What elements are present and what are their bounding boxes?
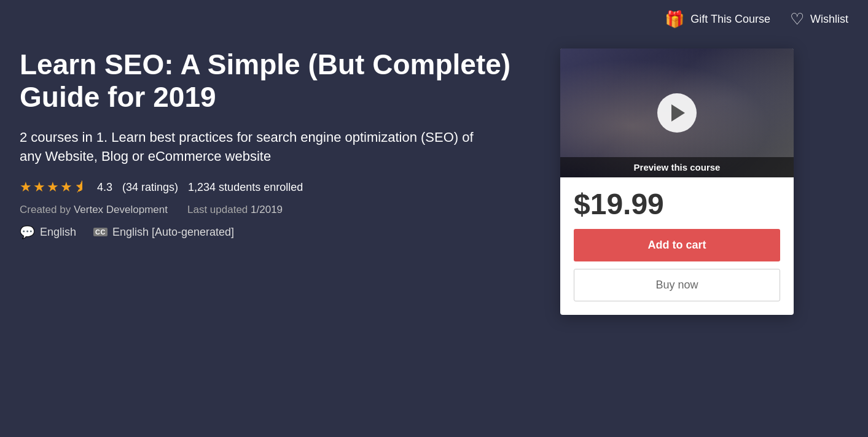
card-body: $19.99 Add to cart Buy now [560,177,794,315]
preview-label: Preview this course [560,157,794,177]
main-content: Learn SEO: A Simple (But Complete) Guide… [0,34,868,335]
updated-date: 1/2019 [251,204,283,215]
speech-bubble-icon: 💬 [20,225,35,239]
heart-icon: ♡ [790,10,804,29]
wishlist-label: Wishlist [810,13,848,26]
updated-info: Last updated 1/2019 [187,204,283,216]
captions-item: CC English [Auto-generated] [93,226,234,239]
rating-value: 4.3 [97,181,112,194]
cc-icon: CC [93,228,108,236]
star-5-half: ⯨ [74,179,87,195]
gift-course-button[interactable]: 🎁 Gift This Course [665,10,770,29]
header-actions: 🎁 Gift This Course ♡ Wishlist [0,0,868,34]
gift-icon: 🎁 [665,10,684,29]
updated-label: Last updated [187,204,248,215]
ratings-row: ★ ★ ★ ★ ⯨ 4.3 (34 ratings) 1,234 student… [20,179,536,195]
star-1: ★ [20,179,32,195]
language-text: English [40,226,76,239]
star-4: ★ [60,179,72,195]
buy-now-button[interactable]: Buy now [574,269,780,301]
language-row: 💬 English CC English [Auto-generated] [20,225,536,239]
preview-container[interactable]: Preview this course [560,48,794,177]
course-info: Learn SEO: A Simple (But Complete) Guide… [20,48,536,315]
star-2: ★ [33,179,45,195]
course-card: Preview this course $19.99 Add to cart B… [560,48,794,315]
rating-text: (34 ratings) [122,181,178,194]
course-subtitle: 2 courses in 1. Learn best practices for… [20,128,499,166]
star-rating: ★ ★ ★ ★ ⯨ [20,179,87,195]
play-triangle-icon [671,104,685,122]
star-3: ★ [47,179,59,195]
wishlist-button[interactable]: ♡ Wishlist [790,10,848,29]
add-to-cart-button[interactable]: Add to cart [574,229,780,261]
meta-row: Created by Vertex Development Last updat… [20,204,536,216]
course-title: Learn SEO: A Simple (But Complete) Guide… [20,48,536,114]
creator-label: Created by [20,204,71,215]
gift-course-label: Gift This Course [690,13,770,26]
course-price: $19.99 [574,190,780,219]
language-item: 💬 English [20,225,76,239]
creator-info: Created by Vertex Development [20,204,168,216]
play-button[interactable] [657,93,697,133]
captions-text: English [Auto-generated] [112,226,234,239]
students-enrolled: 1,234 students enrolled [188,181,303,194]
creator-name: Vertex Development [74,204,168,215]
